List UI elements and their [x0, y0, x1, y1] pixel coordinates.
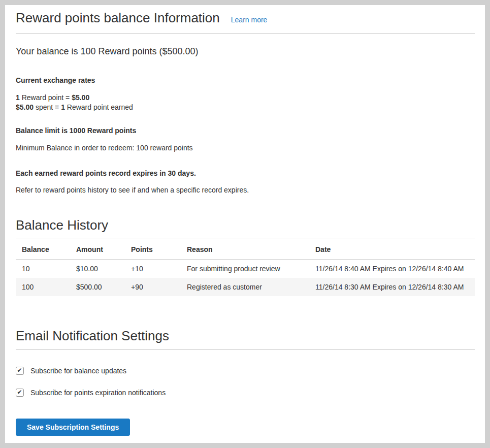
rate-value: $5.00	[72, 93, 89, 102]
cell-amount: $10.00	[70, 260, 125, 278]
reward-balance-card: Reward points balance InformationLearn m…	[5, 5, 485, 443]
balance-history-heading: Balance History	[16, 217, 475, 239]
rate-value: 1	[16, 93, 20, 102]
table-row: 10 $10.00 +10 For submitting product rev…	[16, 260, 475, 278]
col-header-balance: Balance	[16, 239, 70, 260]
email-settings-heading: Email Notification Settings	[16, 328, 475, 350]
exchange-rates-heading: Current exchange rates	[16, 76, 475, 85]
rate-value: $5.00	[16, 103, 34, 111]
cell-reason: Registered as customer	[181, 278, 309, 296]
page-background: { "page": { "title": "Reward points bala…	[0, 0, 490, 448]
balance-history-table: Balance Amount Points Reason Date 10 $10…	[16, 239, 475, 296]
col-header-points: Points	[125, 239, 181, 260]
cell-date: 11/26/14 8:30 AM Expires on 12/26/14 8:3…	[309, 278, 475, 296]
points-expiration-option[interactable]: Subscribe for points expiration notifica…	[16, 389, 166, 397]
cell-amount: $500.00	[70, 278, 125, 296]
points-expiration-label: Subscribe for points expiration notifica…	[30, 389, 166, 397]
exchange-rate-lines: 1 Reward point = $5.00 $5.00 spent = 1 R…	[16, 93, 475, 112]
rate-text: Reward point =	[20, 93, 72, 102]
expiry-note: Refer to reward points history to see if…	[16, 185, 475, 195]
balance-history-section: Balance History Balance Amount Points Re…	[16, 217, 475, 296]
cell-points: +10	[125, 260, 181, 278]
cell-balance: 100	[16, 278, 70, 296]
rate-text: Reward point earned	[65, 103, 133, 111]
points-expiration-checkbox[interactable]	[16, 389, 24, 397]
balance-updates-label: Subscribe for balance updates	[30, 367, 126, 375]
learn-more-link[interactable]: Learn more	[231, 16, 268, 24]
cell-balance: 10	[16, 260, 70, 278]
expiry-heading: Each earned reward points record expires…	[16, 169, 475, 178]
balance-updates-checkbox[interactable]	[16, 367, 24, 375]
page-header: Reward points balance InformationLearn m…	[16, 5, 475, 34]
col-header-amount: Amount	[70, 239, 125, 260]
table-row: 100 $500.00 +90 Registered as customer 1…	[16, 278, 475, 296]
cell-date: 11/26/14 8:40 AM Expires on 12/26/14 8:4…	[309, 260, 475, 278]
minimum-balance-text: Minimum Balance in order to redeem: 100 …	[16, 143, 475, 153]
rate-text: spent =	[34, 103, 61, 111]
email-settings-section: Email Notification Settings Subscribe fo…	[16, 328, 475, 436]
balance-limit-heading: Balance limit is 1000 Reward points	[16, 126, 475, 136]
col-header-reason: Reason	[181, 239, 309, 260]
table-header-row: Balance Amount Points Reason Date	[16, 239, 475, 260]
rate-value: 1	[61, 103, 65, 111]
page-title: Reward points balance Information	[16, 10, 220, 25]
cell-points: +90	[125, 278, 181, 296]
cell-reason: For submitting product review	[181, 260, 309, 278]
rate-line-money-to-point: $5.00 spent = 1 Reward point earned	[16, 103, 475, 112]
balance-updates-option[interactable]: Subscribe for balance updates	[16, 367, 126, 375]
balance-summary: Your balance is 100 Reward points ($500.…	[16, 46, 475, 57]
col-header-date: Date	[309, 239, 475, 260]
save-subscription-button[interactable]: Save Subscription Settings	[16, 419, 130, 436]
rate-line-point-to-money: 1 Reward point = $5.00	[16, 93, 475, 103]
